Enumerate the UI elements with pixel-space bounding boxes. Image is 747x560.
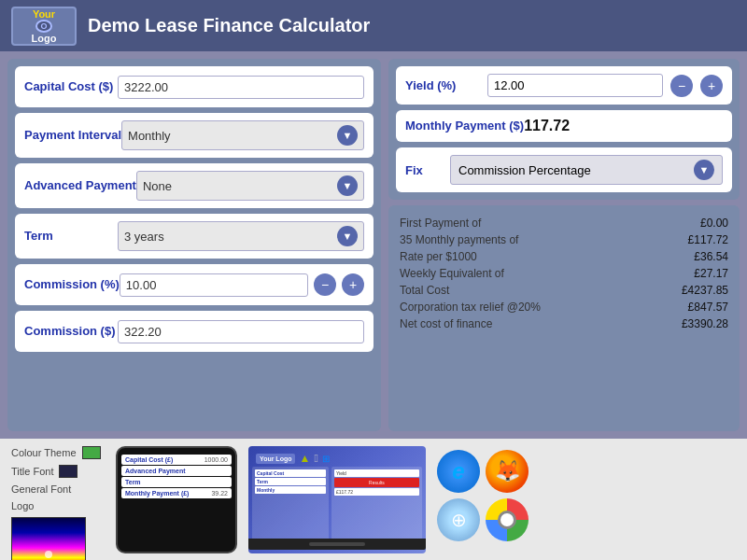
phone-preview: Capital Cost (£)1000.00Advanced PaymentT…: [116, 446, 237, 553]
advanced-payment-value: None: [143, 179, 172, 193]
result-label: Rate per $1000: [400, 250, 477, 263]
logo-circle-text: O: [40, 21, 47, 31]
title-font-swatch[interactable]: [59, 465, 78, 478]
fix-arrow: ▼: [694, 160, 714, 180]
chrome-icon: [486, 498, 529, 541]
title-font-item: Title Font: [11, 465, 105, 478]
result-line: Corporation tax relief @20%£847.57: [400, 299, 728, 315]
yield-row: Yield (%) − +: [396, 66, 732, 105]
bottom-config: Colour Theme Title Font General Font Log…: [11, 446, 105, 560]
font-color-picker[interactable]: [11, 517, 86, 560]
browser-icons: e 🦊 ⊕: [437, 446, 549, 541]
logo-your-text: Your: [33, 8, 55, 20]
payment-interval-value: Monthly: [128, 129, 171, 143]
monthly-payment-value: 117.72: [524, 118, 570, 134]
commission-pct-label: Commission (%): [24, 277, 120, 293]
app-title: Demo Lease Finance Calculator: [88, 15, 370, 36]
advanced-payment-arrow: ▼: [337, 175, 358, 196]
yield-input[interactable]: [487, 74, 663, 97]
result-value: £117.72: [688, 233, 728, 246]
payment-interval-row: Payment Interval Monthly ▼: [15, 113, 374, 158]
safari-icon: ⊕: [437, 498, 480, 541]
logo-item: Logo: [11, 500, 105, 511]
phone-screen: Capital Cost (£)1000.00Advanced PaymentT…: [121, 454, 232, 499]
capital-cost-input[interactable]: [118, 76, 364, 99]
term-row: Term 3 years ▼: [15, 214, 374, 259]
yield-decrement[interactable]: −: [670, 75, 693, 97]
result-line: Rate per $1000£36.54: [400, 248, 728, 265]
capital-cost-row: Capital Cost ($): [15, 66, 374, 107]
monthly-payment-row: Monthly Payment ($) 117.72: [396, 110, 732, 142]
advanced-payment-select[interactable]: None ▼: [136, 171, 364, 201]
yield-increment[interactable]: +: [700, 75, 723, 97]
general-font-item: General Font: [11, 483, 105, 495]
bottom-section: Colour Theme Title Font General Font Log…: [0, 439, 747, 560]
left-panel: Capital Cost ($) Payment Interval Monthl…: [7, 59, 381, 431]
result-line: First Payment of£0.00: [400, 215, 728, 231]
phone-screen-row: Capital Cost (£)1000.00: [121, 455, 232, 465]
right-top: Yield (%) − + Monthly Payment ($) 117.72…: [388, 59, 740, 200]
fix-select[interactable]: Commission Percentage ▼: [450, 155, 723, 185]
main-content: Capital Cost ($) Payment Interval Monthl…: [0, 51, 747, 439]
result-value: £27.17: [694, 267, 728, 280]
commission-dollar-row: Commission ($): [15, 311, 374, 352]
commission-pct-input[interactable]: [120, 273, 308, 297]
term-value: 3 years: [124, 230, 164, 244]
result-label: First Payment of: [400, 217, 481, 230]
advanced-payment-label: Advanced Payment: [24, 178, 136, 194]
device-preview: Your Logo ▲  ⊞ Capital Cost Term Monthl…: [248, 446, 426, 553]
result-line: Weekly Equivalent of£27.17: [400, 265, 728, 282]
ie-icon: e: [437, 450, 480, 493]
capital-cost-label: Capital Cost ($): [24, 79, 118, 95]
result-label: 35 Monthly payments of: [400, 233, 518, 246]
result-value: £0.00: [700, 217, 728, 230]
colour-theme-label: Colour Theme: [11, 447, 77, 458]
result-line: Net cost of finance£3390.28: [400, 315, 728, 332]
fix-label: Fix: [405, 163, 443, 177]
color-picker-preview: [11, 517, 86, 560]
result-label: Net cost of finance: [400, 317, 492, 330]
logo-circle: O: [35, 20, 52, 33]
results-panel: First Payment of£0.0035 Monthly payments…: [388, 205, 740, 431]
term-arrow: ▼: [337, 226, 358, 246]
advanced-payment-row: Advanced Payment None ▼: [15, 163, 374, 208]
commission-dollar-input[interactable]: [118, 320, 364, 343]
result-value: £847.57: [688, 301, 728, 314]
commission-pct-row: Commission (%) − +: [15, 264, 374, 305]
result-label: Weekly Equivalent of: [400, 267, 504, 280]
colour-theme-swatch[interactable]: [82, 446, 101, 459]
logo-logo-text: Logo: [32, 33, 57, 44]
right-panel: Yield (%) − + Monthly Payment ($) 117.72…: [388, 59, 740, 431]
firefox-icon: 🦊: [486, 450, 529, 493]
commission-dollar-label: Commission ($): [24, 324, 118, 340]
phone-screen-row: Monthly Payment (£)39.22: [121, 488, 232, 498]
header: Your O Logo Demo Lease Finance Calculato…: [0, 0, 747, 51]
title-font-label: Title Font: [11, 466, 53, 477]
result-value: £4237.85: [682, 284, 728, 297]
payment-interval-label: Payment Interval: [24, 128, 121, 144]
monthly-payment-label: Monthly Payment ($): [405, 119, 524, 134]
result-label: Corporation tax relief @20%: [400, 301, 541, 314]
general-font-label: General Font: [11, 483, 71, 495]
payment-interval-select[interactable]: Monthly ▼: [121, 120, 364, 150]
commission-pct-decrement[interactable]: −: [314, 273, 336, 296]
commission-pct-increment[interactable]: +: [342, 273, 364, 296]
term-label: Term: [24, 229, 118, 245]
results-list: First Payment of£0.0035 Monthly payments…: [400, 215, 728, 332]
logo-label: Logo: [11, 500, 34, 511]
fix-value: Commission Percentage: [458, 163, 591, 177]
logo-box: Your O Logo: [11, 7, 77, 46]
fix-row: Fix Commission Percentage ▼: [396, 147, 732, 192]
payment-interval-arrow: ▼: [337, 125, 358, 146]
phone-screen-row: Term: [121, 477, 232, 487]
colour-theme-item: Colour Theme: [11, 446, 105, 459]
result-label: Total Cost: [400, 284, 449, 297]
device-image: Your Logo ▲  ⊞ Capital Cost Term Monthl…: [248, 446, 426, 553]
yield-label: Yield (%): [405, 78, 480, 92]
result-value: £36.54: [694, 250, 728, 263]
result-value: £3390.28: [682, 317, 728, 330]
result-line: Total Cost£4237.85: [400, 282, 728, 299]
term-select[interactable]: 3 years ▼: [118, 221, 364, 251]
color-picker-dot: [45, 551, 52, 558]
result-line: 35 Monthly payments of£117.72: [400, 231, 728, 248]
